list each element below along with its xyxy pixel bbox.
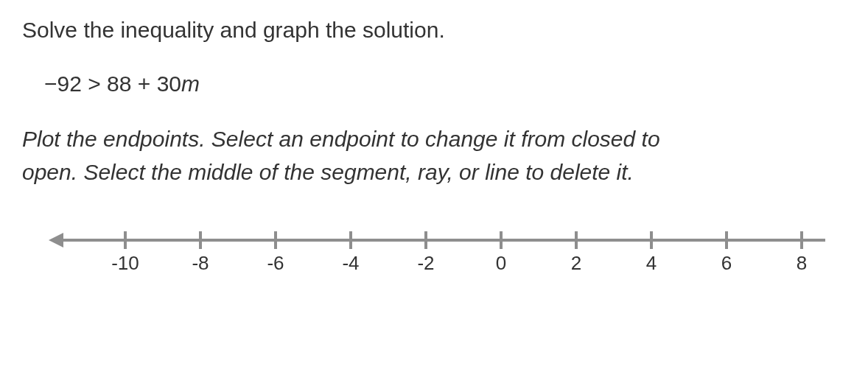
number-line[interactable]: -10-8-6-4-202468: [29, 225, 840, 292]
tick-label: -2: [417, 252, 434, 274]
tick-label: 2: [571, 252, 581, 274]
tick-label: 0: [496, 252, 506, 274]
tick-label: -6: [267, 252, 284, 274]
inequality-variable: m: [181, 71, 200, 96]
tick-label: -8: [192, 252, 209, 274]
tick-label: 4: [646, 252, 657, 274]
plot-instructions: Plot the endpoints. Select an endpoint t…: [22, 122, 685, 189]
inequality-expression: −92 > 88 + 30m: [44, 71, 846, 96]
arrow-left-icon: [49, 233, 63, 248]
problem-prompt: Solve the inequality and graph the solut…: [22, 15, 846, 46]
tick-label: -10: [111, 252, 139, 274]
tick-label: -4: [342, 252, 359, 274]
tick-label: 6: [721, 252, 732, 274]
number-line-svg[interactable]: -10-8-6-4-202468: [29, 225, 840, 292]
inequality-text: −92 > 88 + 30: [44, 71, 181, 96]
tick-label: 8: [797, 252, 807, 274]
